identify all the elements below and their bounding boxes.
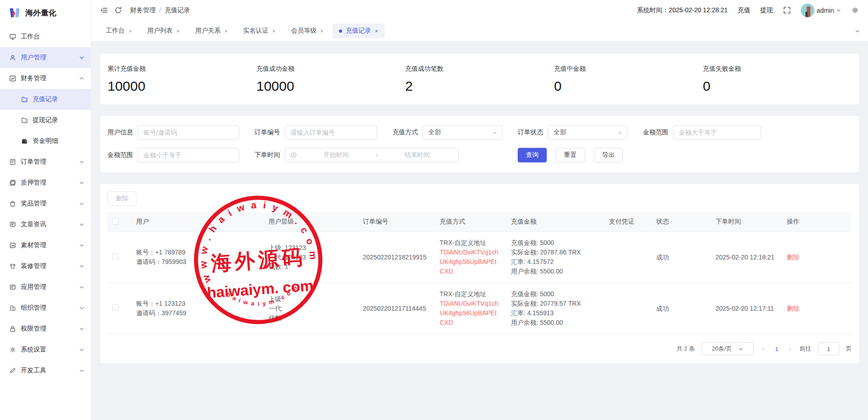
bulk-delete-button[interactable]: 删除	[108, 191, 137, 206]
start-time-placeholder[interactable]: 开始时间	[300, 151, 372, 159]
sidebar-item-app-management[interactable]: 应用管理	[0, 277, 91, 298]
address-link[interactable]: TDiANUDviKTVq1ch	[440, 299, 502, 308]
chevron-down-icon	[79, 243, 84, 248]
building-icon	[9, 304, 16, 312]
close-icon[interactable]: ×	[177, 28, 180, 34]
end-time-placeholder[interactable]: 结束时间	[381, 151, 453, 159]
breadcrumb-level1[interactable]: 财务管理	[130, 6, 156, 15]
export-button[interactable]: 导出	[594, 148, 623, 162]
amount-max-input[interactable]	[137, 148, 239, 162]
order-no-input[interactable]	[284, 125, 377, 140]
time-cell: 2025-02-20 12:18:21	[711, 232, 782, 283]
tab-recharge-records[interactable]: 充值记录 ×	[333, 24, 385, 38]
close-icon[interactable]: ×	[128, 28, 132, 34]
tab-real-name-auth[interactable]: 实名认证 ×	[237, 24, 282, 38]
sidebar-item-order-management[interactable]: 订单管理	[0, 151, 91, 172]
close-icon[interactable]: ×	[375, 28, 378, 34]
page-size-select[interactable]: 20条/页	[701, 342, 754, 355]
reset-button[interactable]: 重置	[556, 148, 585, 162]
recharge-method-label: 充值方式	[392, 128, 418, 137]
address-link[interactable]: UK4ghp56UpBAPEt	[440, 257, 502, 267]
clock-icon	[290, 152, 297, 158]
sidebar-item-organization-management[interactable]: 组织管理	[0, 298, 91, 318]
user-menu[interactable]: admin	[801, 4, 841, 17]
stat-pending-amount: 充值中金额 0	[554, 65, 703, 94]
sidebar-item-pledge-management[interactable]: 质押管理	[0, 172, 91, 193]
order-no-cell: 202502201218219915	[358, 232, 435, 283]
chevron-down-icon	[79, 159, 84, 165]
chevron-down-icon	[79, 55, 84, 60]
close-icon[interactable]: ×	[320, 28, 324, 34]
settings-gear-icon[interactable]	[851, 6, 859, 14]
tab-workbench[interactable]: 工作台 ×	[99, 24, 138, 38]
sidebar-item-dev-tools[interactable]: 开发工具	[0, 360, 91, 381]
withdraw-link[interactable]: 提现	[760, 6, 773, 15]
chevron-down-icon	[79, 222, 84, 227]
sidebar-item-prize-management[interactable]: 奖品管理	[0, 193, 91, 214]
article-icon	[9, 221, 16, 228]
delete-row-link[interactable]: 删除	[787, 305, 799, 312]
sidebar-item-recharge-records[interactable]: 充值记录	[0, 89, 91, 110]
sidebar-item-withdraw-records[interactable]: 提现记录	[0, 110, 91, 131]
chevron-down-icon	[79, 180, 84, 186]
recharge-table: 用户 用户层级 订单编号 充值方式 充值金额 支付凭证 状态 下单时间 操作	[108, 212, 852, 334]
total-count: 共 2 条	[677, 345, 695, 353]
recharge-method-select[interactable]: 全部	[422, 125, 502, 140]
chevron-down-icon	[79, 326, 84, 332]
row-checkbox[interactable]	[112, 253, 118, 259]
tab-member-level[interactable]: 会员等级 ×	[284, 24, 330, 38]
recharge-link[interactable]: 充值	[738, 6, 750, 15]
brand-logo-icon	[8, 6, 21, 19]
breadcrumb-separator: /	[159, 6, 161, 15]
method-cell: TRX-自定义地址 TDiANUDviKTVq1ch UK4ghp56UpBAP…	[435, 232, 506, 283]
sidebar-item-permission-management[interactable]: 权限管理	[0, 318, 91, 339]
stat-success-count: 充值成功笔数 2	[405, 65, 554, 94]
chevron-down-icon	[836, 8, 841, 13]
tabbar: 工作台 × 用户列表 × 用户关系 × 实名认证 × 会员等级 × 充值记录	[91, 20, 868, 42]
row-checkbox[interactable]	[112, 304, 118, 311]
sidebar-item-fund-details[interactable]: 资金明细	[0, 131, 91, 151]
sidebar-item-material-management[interactable]: 素材管理	[0, 235, 91, 256]
goto-page-input[interactable]	[818, 342, 839, 355]
delete-row-link[interactable]: 删除	[787, 254, 799, 261]
address-link[interactable]: TDiANUDviKTVq1ch	[440, 248, 502, 257]
user-info-input[interactable]	[137, 125, 239, 140]
address-link[interactable]: CXD	[440, 318, 502, 327]
image-icon	[9, 242, 16, 249]
sidebar-item-user-management[interactable]: 用户管理	[0, 47, 91, 68]
tab-user-list[interactable]: 用户列表 ×	[141, 24, 186, 38]
address-link[interactable]: UK4ghp56UpBAPEt	[440, 308, 502, 318]
tabs-dropdown-icon[interactable]	[855, 29, 860, 34]
order-time-label: 下单时间	[255, 151, 280, 159]
close-icon[interactable]: ×	[224, 28, 228, 34]
table-card: 删除 用户 用户层级 订单编号 充值方式 充值金额	[100, 184, 859, 363]
table-header-row: 用户 用户层级 订单编号 充值方式 充值金额 支付凭证 状态 下单时间 操作	[108, 212, 852, 232]
collapse-sidebar-icon[interactable]	[100, 6, 108, 14]
user-icon	[9, 54, 16, 61]
fullscreen-icon[interactable]	[783, 6, 791, 14]
col-proof: 支付凭证	[604, 212, 652, 232]
avatar	[801, 4, 814, 17]
sidebar-item-workbench[interactable]: 工作台	[0, 26, 91, 47]
amount-min-input[interactable]	[673, 125, 761, 140]
bag-icon	[9, 200, 16, 207]
refresh-icon[interactable]	[114, 6, 122, 14]
address-link[interactable]: CXD	[440, 267, 502, 276]
search-button[interactable]: 查询	[518, 148, 547, 162]
prev-page-button[interactable]: ‹	[760, 345, 766, 352]
sidebar-item-decoration-management[interactable]: 装修管理	[0, 256, 91, 277]
tab-user-relations[interactable]: 用户关系 ×	[189, 24, 234, 38]
app-icon	[9, 283, 16, 291]
order-status-select[interactable]: 全部	[548, 125, 628, 140]
breadcrumb-level2: 充值记录	[165, 6, 190, 15]
stat-failed-amount: 充值失败金额 0	[703, 65, 852, 94]
current-page[interactable]: 1	[772, 346, 781, 352]
sidebar-item-article-news[interactable]: 文章资讯	[0, 214, 91, 235]
close-icon[interactable]: ×	[272, 28, 276, 34]
sidebar-item-finance-management[interactable]: 财务管理	[0, 68, 91, 89]
select-all-checkbox[interactable]	[112, 218, 118, 225]
sidebar-item-system-settings[interactable]: 系统设置	[0, 339, 91, 360]
chevron-down-icon	[738, 347, 743, 352]
date-range-picker[interactable]: 开始时间 - 结束时间	[284, 148, 459, 162]
next-page-button[interactable]: ›	[787, 345, 793, 352]
